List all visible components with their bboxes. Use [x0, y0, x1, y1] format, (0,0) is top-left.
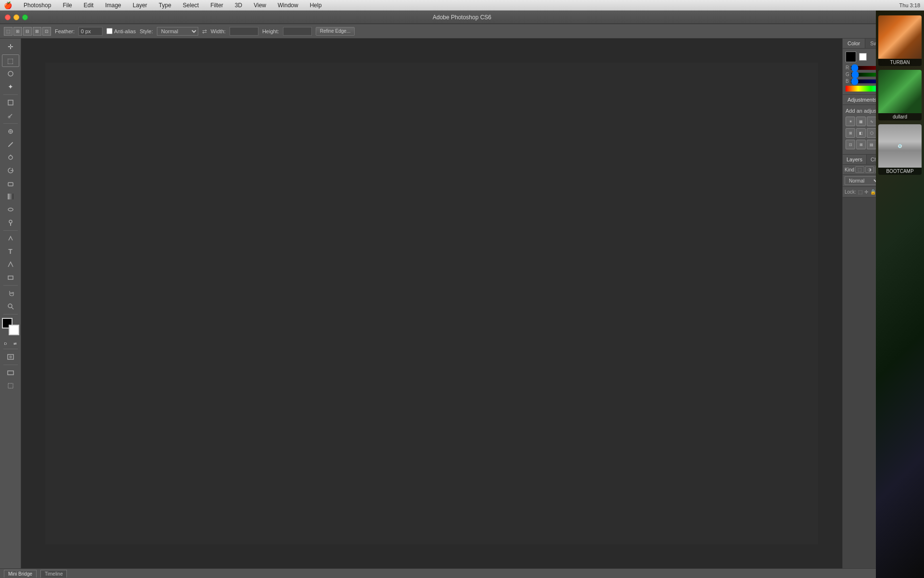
gradient-tool[interactable]	[2, 190, 19, 203]
svg-point-16	[8, 304, 12, 308]
title-bar: Adobe Photoshop CS6	[0, 11, 924, 24]
zoom-tool[interactable]	[2, 300, 19, 313]
shape-tool[interactable]	[2, 271, 19, 284]
layers-filter-pixel[interactable]: ⬚	[855, 166, 864, 173]
artboard-button[interactable]	[2, 380, 19, 392]
style-select[interactable]: Normal Fixed Ratio Fixed Size	[157, 27, 198, 36]
crop-tool[interactable]	[2, 96, 19, 109]
options-tool-icon-4[interactable]: ⊠	[33, 27, 41, 36]
healing-brush-tool[interactable]	[2, 125, 19, 138]
svg-point-12	[8, 208, 13, 211]
menu-window[interactable]: Window	[276, 2, 300, 9]
lasso-tool[interactable]	[2, 67, 19, 80]
dullard-widget[interactable]: dullard	[878, 70, 922, 120]
levels-icon[interactable]: ▦	[856, 117, 866, 126]
anti-alias-label: Anti-alias	[106, 28, 136, 34]
turban-widget[interactable]: TURBAN	[878, 15, 922, 66]
history-brush-tool[interactable]	[2, 164, 19, 177]
timeline-tab[interactable]: Timeline	[40, 570, 67, 578]
menu-file[interactable]: File	[61, 2, 74, 9]
path-selection-tool[interactable]	[2, 258, 19, 271]
window-controls	[5, 14, 28, 20]
color-balance-icon[interactable]: ⊞	[846, 128, 855, 138]
invert-icon[interactable]: ⊡	[846, 140, 855, 149]
lock-all-icon[interactable]: 🔒	[870, 189, 876, 195]
width-input[interactable]	[230, 27, 258, 36]
mini-bridge-tab[interactable]: Mini Bridge	[4, 570, 37, 578]
options-tool-icon-2[interactable]: ⊞	[13, 27, 22, 36]
tab-layers[interactable]: Layers	[843, 155, 867, 164]
tab-color[interactable]: Color	[843, 39, 865, 48]
menu-filter[interactable]: Filter	[208, 2, 225, 9]
quick-mask-button[interactable]	[2, 351, 19, 363]
options-tool-icon-1[interactable]: ⬚	[4, 27, 13, 36]
pen-tool[interactable]	[2, 232, 19, 245]
bootcamp-image: 💿	[878, 124, 922, 168]
menu-image[interactable]: Image	[103, 2, 123, 9]
canvas[interactable]	[45, 63, 818, 544]
swap-icon: ⇄	[202, 28, 207, 35]
photo-filter-icon[interactable]: ⬡	[867, 128, 876, 138]
maximize-button[interactable]	[22, 14, 28, 20]
svg-rect-21	[8, 383, 13, 388]
satellite-background: TURBAN dullard 💿 BOOTCAMP	[876, 11, 924, 578]
curves-icon[interactable]: ∿	[867, 117, 876, 126]
height-input[interactable]	[283, 27, 312, 36]
menu-help[interactable]: Help	[308, 2, 324, 9]
eyedropper-tool[interactable]	[2, 109, 19, 122]
swap-colors-button[interactable]: ⇄	[11, 340, 20, 347]
menubar: 🍎 Photoshop File Edit Image Layer Type S…	[0, 0, 924, 11]
black-white-icon[interactable]: ◧	[856, 128, 866, 138]
feather-input[interactable]	[78, 27, 103, 36]
kind-label: Kind	[845, 167, 854, 172]
default-colors-button[interactable]: D	[1, 340, 10, 347]
menu-3d[interactable]: 3D	[233, 2, 244, 9]
hand-tool[interactable]	[2, 287, 19, 300]
options-tool-icon-3[interactable]: ⊟	[23, 27, 32, 36]
bootcamp-label: BOOTCAMP	[885, 168, 914, 175]
clone-stamp-tool[interactable]	[2, 151, 19, 164]
menubar-right: Thu 3:18	[899, 2, 920, 8]
eraser-tool[interactable]	[2, 177, 19, 190]
posterize-icon[interactable]: ⊠	[856, 140, 866, 149]
options-tool-icon-5[interactable]: ⊡	[42, 27, 51, 36]
apple-menu[interactable]: 🍎	[4, 1, 12, 9]
b-label: B	[846, 79, 849, 84]
width-label: Width:	[211, 28, 226, 34]
blur-tool[interactable]	[2, 203, 19, 216]
brush-tool[interactable]	[2, 138, 19, 151]
layers-filter-adjust[interactable]: ◑	[865, 166, 874, 173]
text-tool[interactable]: T	[2, 245, 19, 258]
lock-move-icon[interactable]: ✛	[864, 189, 868, 195]
menu-select[interactable]: Select	[181, 2, 201, 9]
quick-selection-tool[interactable]: ✦	[2, 80, 19, 93]
threshold-icon[interactable]: ▤	[867, 140, 876, 149]
menu-photoshop[interactable]: Photoshop	[22, 2, 53, 9]
close-button[interactable]	[5, 14, 11, 20]
layers-blend-mode[interactable]: Normal Multiply Screen Overlay	[845, 176, 880, 185]
options-bar: ⬚ ⊞ ⊟ ⊠ ⊡ Feather: Anti-alias Style: Nor…	[0, 24, 924, 39]
background-color[interactable]	[9, 325, 19, 335]
minimize-button[interactable]	[13, 14, 19, 20]
style-label: Style:	[140, 28, 153, 34]
bootcamp-widget[interactable]: 💿 BOOTCAMP	[878, 124, 922, 175]
lock-pixels-icon[interactable]: ⬚	[858, 189, 862, 195]
svg-line-2	[9, 114, 12, 117]
move-tool[interactable]: ✛	[2, 40, 19, 53]
screen-mode-button[interactable]	[2, 367, 19, 379]
refine-edge-button[interactable]: Refine Edge...	[316, 27, 355, 36]
height-label: Height:	[262, 28, 279, 34]
menu-edit[interactable]: Edit	[82, 2, 96, 9]
menu-layer[interactable]: Layer	[131, 2, 149, 9]
color-background-swatch[interactable]	[859, 53, 867, 61]
anti-alias-checkbox[interactable]	[106, 28, 113, 34]
brightness-icon[interactable]: ☀	[846, 117, 855, 126]
menu-view[interactable]: View	[252, 2, 268, 9]
feather-label: Feather:	[55, 28, 75, 34]
menu-type[interactable]: Type	[157, 2, 173, 9]
selection-tool[interactable]: ⬚	[2, 54, 19, 67]
status-bar: Mini Bridge Timeline SSS_starting_scene	[0, 568, 924, 578]
menu-time: Thu 3:18	[899, 2, 920, 8]
color-foreground-swatch[interactable]	[846, 52, 856, 62]
dodge-tool[interactable]	[2, 216, 19, 229]
